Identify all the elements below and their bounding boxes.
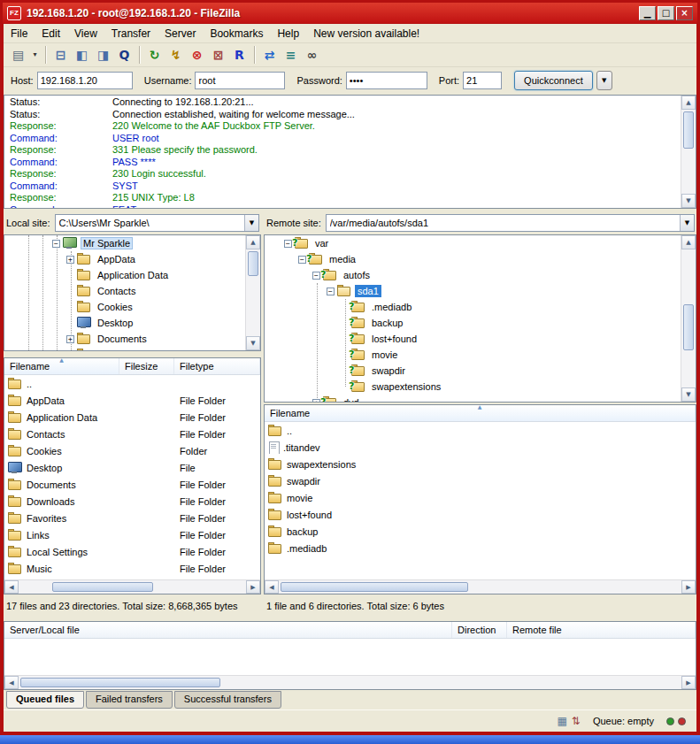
scroll-down-button[interactable]: ▼	[246, 336, 260, 350]
collapse-minus-icon[interactable]: −	[52, 240, 60, 248]
remote-tree-item-media[interactable]: −?media	[265, 251, 681, 267]
host-input[interactable]	[37, 72, 133, 89]
disconnect-icon[interactable]: ⊠	[208, 45, 228, 65]
dropdown-arrow-icon[interactable]: ▼	[680, 215, 694, 231]
local-site-combo[interactable]: C:\Users\Mr Sparkle\ ▼	[55, 214, 259, 232]
local-list-horizontal-scrollbar[interactable]: ◀ ▶	[4, 579, 260, 594]
local-tree-item-contacts[interactable]: Contacts	[4, 283, 245, 299]
scroll-thumb[interactable]	[20, 678, 220, 687]
log-vertical-scrollbar[interactable]: ▲ ▼	[681, 96, 696, 208]
local-file-row-contacts[interactable]: ContactsFile Folder	[4, 426, 260, 442]
collapse-minus-icon[interactable]: −	[327, 288, 335, 295]
local-file-row-application-data[interactable]: Application DataFile Folder	[4, 409, 260, 426]
local-file-row-music[interactable]: MusicFile Folder	[4, 560, 260, 577]
tab-failed-transfers[interactable]: Failed transfers	[86, 691, 173, 709]
remote-tree-item-movie[interactable]: ?movie	[265, 347, 681, 363]
port-input[interactable]	[463, 72, 502, 89]
remote-file-row-titandev[interactable]: .titandev	[265, 439, 696, 456]
local-tree-item-documents[interactable]: +Documents	[4, 331, 245, 347]
scroll-up-button[interactable]: ▲	[246, 235, 260, 249]
remote-file-row-movie[interactable]: movie	[265, 489, 696, 506]
remote-tree-item-swapextensions[interactable]: ?swapextensions	[265, 379, 681, 395]
column-header-filesize[interactable]: Filesize	[119, 358, 174, 374]
menu-help[interactable]: Help	[270, 26, 306, 42]
remote-tree-item-dvd[interactable]: +?dvd	[265, 395, 681, 402]
remote-tree-item-autofs[interactable]: −?autofs	[265, 267, 681, 283]
column-header-direction[interactable]: Direction	[452, 622, 507, 638]
local-tree-item-downloads[interactable]: Downloads	[4, 347, 245, 350]
site-manager-dropdown-icon[interactable]: ▾	[29, 45, 41, 65]
scroll-left-button[interactable]: ◀	[265, 580, 279, 594]
local-file-row-favorites[interactable]: FavoritesFile Folder	[4, 510, 260, 526]
menu-edit[interactable]: Edit	[35, 26, 67, 42]
tab-successful-transfers[interactable]: Successful transfers	[174, 691, 281, 709]
scroll-up-button[interactable]: ▲	[681, 235, 696, 249]
menu-file[interactable]: File	[4, 26, 35, 42]
process-queue-icon[interactable]: ↯	[165, 45, 186, 65]
minimize-button[interactable]: ▁	[639, 6, 656, 20]
local-tree-item-application-data[interactable]: Application Data	[4, 267, 245, 283]
directory-comparison-icon[interactable]: ⇄	[259, 45, 280, 65]
close-button[interactable]: ×	[676, 6, 693, 20]
local-file-row-documents[interactable]: DocumentsFile Folder	[4, 476, 260, 493]
remote-tree-item-mediadb[interactable]: ?.mediadb	[265, 299, 681, 315]
scroll-up-button[interactable]: ▲	[681, 96, 696, 110]
username-input[interactable]	[195, 72, 285, 89]
server-status-icon[interactable]: ▦	[558, 715, 567, 727]
local-file-row-appdata[interactable]: AppDataFile Folder	[4, 392, 260, 409]
menu-bookmarks[interactable]: Bookmarks	[203, 26, 270, 42]
expand-plus-icon[interactable]: +	[66, 335, 74, 343]
remote-file-row-swapextensions[interactable]: swapextensions	[265, 456, 696, 472]
reconnect-icon[interactable]: R	[229, 45, 250, 65]
toggle-log-icon[interactable]: ⊟	[50, 45, 71, 65]
toggle-queue-icon[interactable]: Q	[114, 45, 135, 65]
scroll-thumb[interactable]	[683, 111, 694, 149]
remote-tree-item-lost-found[interactable]: ?lost+found	[265, 331, 681, 347]
sync-browsing-icon[interactable]: ≡	[281, 45, 301, 65]
maximize-button[interactable]: □	[658, 6, 674, 20]
remote-file-row-[interactable]: ..	[265, 422, 696, 439]
local-tree-item-desktop[interactable]: Desktop	[4, 315, 245, 331]
local-file-row-[interactable]: ..	[4, 375, 260, 392]
scroll-right-button[interactable]: ▶	[681, 580, 696, 594]
column-header-server-local-file[interactable]: Server/Local file	[4, 622, 452, 638]
scroll-down-button[interactable]: ▼	[681, 194, 696, 208]
scroll-thumb[interactable]	[281, 582, 468, 592]
local-file-row-desktop[interactable]: DesktopFile	[4, 459, 260, 476]
local-tree-item-cookies[interactable]: Cookies	[4, 299, 245, 315]
menu-view[interactable]: View	[67, 26, 104, 42]
column-header-filename[interactable]: Filename▲	[4, 358, 119, 374]
toggle-remote-tree-icon[interactable]: ◨	[93, 45, 113, 65]
menu-transfer[interactable]: Transfer	[104, 26, 158, 42]
local-file-row-local-settings[interactable]: Local SettingsFile Folder	[4, 543, 260, 560]
remote-list-horizontal-scrollbar[interactable]: ◀ ▶	[265, 579, 696, 594]
remote-tree-item-backup[interactable]: ?backup	[265, 315, 681, 331]
remote-file-row-backup[interactable]: backup	[265, 523, 696, 540]
column-header-filename[interactable]: Filename▲	[265, 405, 696, 421]
scroll-right-button[interactable]: ▶	[246, 580, 260, 594]
scroll-thumb[interactable]	[683, 304, 694, 350]
tab-queued-files[interactable]: Queued files	[6, 691, 84, 709]
cancel-icon[interactable]: ⊗	[187, 45, 207, 65]
scroll-left-button[interactable]: ◀	[4, 676, 19, 689]
queue-horizontal-scrollbar[interactable]: ◀ ▶	[4, 675, 696, 689]
local-tree-item-mr-sparkle[interactable]: −Mr Sparkle	[4, 235, 245, 251]
remote-file-row-swapdir[interactable]: swapdir	[265, 472, 696, 489]
transfer-indicator-icon[interactable]: ⇅	[572, 715, 581, 727]
local-file-row-cookies[interactable]: CookiesFolder	[4, 442, 260, 459]
collapse-minus-icon[interactable]: −	[284, 240, 292, 248]
collapse-minus-icon[interactable]: −	[298, 256, 306, 264]
local-tree-item-appdata[interactable]: +AppData	[4, 251, 245, 267]
column-header-remote-file[interactable]: Remote file	[507, 622, 696, 638]
remote-file-row-mediadb[interactable]: .mediadb	[265, 540, 696, 556]
scroll-down-button[interactable]: ▼	[681, 387, 696, 402]
column-header-filetype[interactable]: Filetype	[174, 358, 260, 374]
title-bar[interactable]: FZ 192.168.1.20 - root@192.168.1.20 - Fi…	[3, 3, 697, 23]
collapse-minus-icon[interactable]: −	[312, 272, 320, 280]
local-file-row-downloads[interactable]: DownloadsFile Folder	[4, 493, 260, 510]
quickconnect-button[interactable]: Quickconnect	[514, 71, 593, 90]
scroll-right-button[interactable]: ▶	[681, 676, 696, 689]
password-input[interactable]	[346, 72, 427, 89]
menu-new-version-available[interactable]: New version available!	[306, 26, 427, 42]
scroll-thumb[interactable]	[52, 582, 153, 592]
